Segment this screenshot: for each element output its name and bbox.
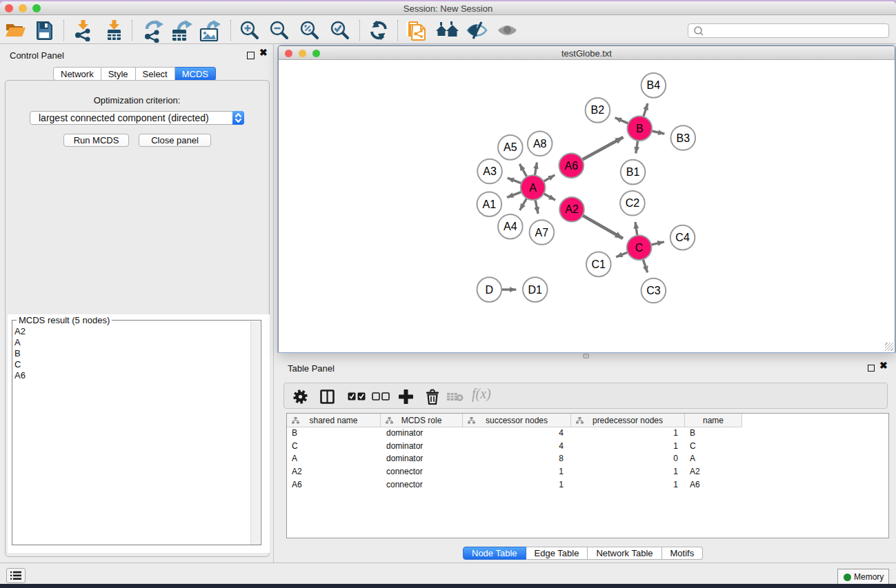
svg-text:A6: A6	[565, 160, 579, 172]
svg-text:A7: A7	[535, 227, 549, 239]
svg-text:A1: A1	[483, 199, 497, 210]
svg-text:D1: D1	[528, 284, 543, 296]
svg-text:B3: B3	[677, 132, 690, 144]
svg-text:D: D	[486, 284, 494, 296]
svg-text:A: A	[529, 182, 537, 194]
svg-text:C2: C2	[626, 197, 640, 209]
svg-text:A3: A3	[483, 165, 497, 177]
svg-text:A5: A5	[504, 141, 517, 153]
svg-text:C4: C4	[675, 232, 690, 243]
svg-text:B1: B1	[626, 166, 640, 178]
svg-text:B2: B2	[591, 104, 605, 116]
svg-text:A8: A8	[533, 138, 547, 150]
svg-text:C1: C1	[592, 258, 606, 270]
svg-text:A2: A2	[565, 203, 579, 215]
svg-text:B: B	[636, 123, 644, 134]
svg-text:A4: A4	[504, 221, 517, 232]
svg-text:C: C	[635, 242, 644, 254]
svg-text:B4: B4	[647, 79, 661, 91]
svg-text:C3: C3	[646, 285, 661, 296]
